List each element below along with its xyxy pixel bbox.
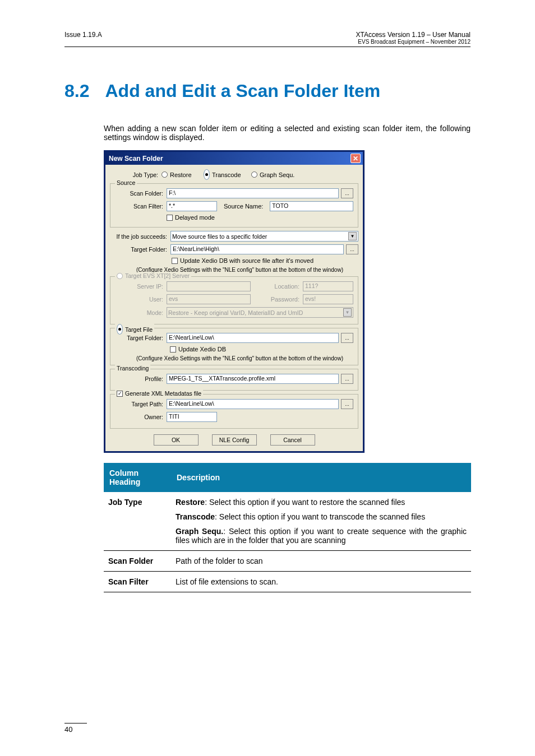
restore-radio[interactable]	[162, 171, 168, 178]
close-icon[interactable]: ✕	[350, 154, 361, 163]
owner-label: Owner:	[115, 414, 167, 420]
source-name-input[interactable]: TOTO	[270, 201, 353, 211]
target-path-browse-button[interactable]: ...	[341, 399, 353, 409]
server-ip-input	[167, 281, 251, 291]
restore-radio-label: Restore	[170, 171, 204, 178]
update-xedio-moved-checkbox[interactable]	[172, 258, 178, 264]
password-label: Password:	[271, 296, 303, 303]
profile-browse-button[interactable]: ...	[341, 374, 353, 384]
update-xedio-db-label: Update Xedio DB	[178, 346, 226, 353]
if-succeeds-label: If the job succeeds:	[110, 233, 170, 240]
mode-select: Restore - Keep original VarID, MaterialI…	[167, 307, 353, 318]
if-succeeds-select[interactable]: Move source files to a specific folder ▼	[170, 231, 358, 242]
scan-filter-label: Scan Filter:	[115, 203, 167, 210]
table-head-col2: Description	[171, 463, 471, 492]
issue-text: Issue 1.19.A	[64, 31, 102, 45]
succeed-target-folder-input[interactable]: E:\NearLine\High\	[170, 244, 344, 254]
target-xt-fieldset: Target EVS XT[2] Server Server IP: Locat…	[110, 276, 358, 324]
owner-input[interactable]: TITI	[167, 412, 217, 422]
company-text: EVS Broadcast Equipment – November 2012	[356, 39, 471, 45]
target-file-fieldset: Target File Target Folder: E:\NearLine\L…	[110, 328, 358, 365]
product-text: XTAccess Version 1.19 – User Manual	[356, 31, 471, 39]
delayed-mode-checkbox[interactable]	[167, 215, 173, 221]
server-ip-label: Server IP:	[115, 283, 167, 290]
if-succeeds-value: Move source files to a specific folder	[172, 233, 267, 240]
location-input: 111?	[303, 281, 353, 291]
table-cell-heading: Scan Folder	[104, 551, 171, 572]
source-name-label: Source Name:	[224, 203, 266, 210]
page-header: Issue 1.19.A XTAccess Version 1.19 – Use…	[64, 31, 471, 47]
page-number: 40	[64, 723, 87, 734]
scan-folder-input[interactable]: F:\	[167, 188, 339, 198]
location-label: Location:	[274, 283, 303, 290]
tf-target-folder-input[interactable]: E:\NearLine\Low\	[167, 333, 339, 343]
table-head-col1: Column Heading	[104, 463, 171, 492]
page: Issue 1.19.A XTAccess Version 1.19 – Use…	[0, 0, 535, 756]
tf-note: (Configure Xedio Settings with the "NLE …	[126, 355, 353, 361]
generate-xml-checkbox[interactable]: ✓	[117, 391, 123, 397]
graphsequ-radio-label: Graph Sequ.	[260, 171, 294, 178]
transcoding-legend: Transcoding	[115, 365, 150, 372]
graphsequ-radio[interactable]	[251, 171, 257, 178]
transcode-radio-label: Transcode	[212, 171, 251, 178]
transcoding-fieldset: Transcoding Profile: MPEG-1_TS__XTATrans…	[110, 369, 358, 391]
chevron-down-icon: ▼	[343, 308, 352, 317]
metadata-fieldset: ✓ Generate XML Metadatas file Target Pat…	[110, 394, 358, 429]
section-heading: 8.2Add and Edit a Scan Folder Item	[64, 81, 471, 101]
user-input: evs	[167, 294, 251, 304]
table-row: Scan FilterList of file extensions to sc…	[104, 572, 471, 592]
table-cell-description: Restore: Select this option if you want …	[171, 492, 471, 551]
transcode-radio[interactable]	[204, 169, 210, 180]
ok-button[interactable]: OK	[154, 434, 199, 446]
mode-label: Mode:	[115, 309, 167, 316]
target-path-input[interactable]: E:\NearLine\Low\	[167, 399, 339, 409]
table-cell-description: Path of the folder to scan	[171, 551, 471, 572]
target-file-radio[interactable]	[117, 324, 123, 335]
new-scan-folder-dialog: New Scan Folder ✕ Job Type: Restore Tran…	[104, 150, 365, 453]
tf-target-folder-browse-button[interactable]: ...	[341, 333, 353, 343]
nle-config-button[interactable]: NLE Config	[212, 434, 257, 446]
tf-target-folder-label: Target Folder:	[115, 335, 167, 341]
scan-folder-label: Scan Folder:	[115, 190, 167, 197]
target-path-label: Target Path:	[115, 401, 167, 407]
target-xt-radio	[117, 273, 123, 279]
job-type-label: Job Type:	[110, 171, 162, 178]
dialog-titlebar: New Scan Folder ✕	[105, 152, 363, 165]
password-input: evs!	[303, 294, 353, 304]
scan-filter-input[interactable]: *.*	[167, 201, 217, 211]
target-xt-legend: Target EVS XT[2] Server	[115, 272, 191, 279]
target-file-legend: Target File	[115, 324, 154, 335]
succeed-target-folder-label: Target Folder:	[110, 246, 170, 253]
section-number: 8.2	[64, 81, 89, 101]
section-title-text: Add and Edit a Scan Folder Item	[105, 81, 380, 101]
table-row: Scan FolderPath of the folder to scan	[104, 551, 471, 572]
succeed-target-folder-browse-button[interactable]: ...	[346, 244, 358, 254]
source-legend: Source	[115, 179, 137, 186]
cancel-button[interactable]: Cancel	[270, 434, 315, 446]
table-cell-heading: Scan Filter	[104, 572, 171, 592]
table-cell-heading: Job Type	[104, 492, 171, 551]
profile-input[interactable]: MPEG-1_TS__XTATranscode.profile.xml	[167, 374, 339, 384]
table-cell-description: List of file extensions to scan.	[171, 572, 471, 592]
source-fieldset: Source Scan Folder: F:\ ... Scan Filter:…	[110, 183, 358, 228]
update-xedio-db-checkbox[interactable]	[170, 346, 176, 353]
delayed-mode-label: Delayed mode	[175, 214, 215, 221]
intro-paragraph: When adding a new scan folder item or ed…	[104, 124, 471, 142]
table-row: Job TypeRestore: Select this option if y…	[104, 492, 471, 551]
profile-label: Profile:	[115, 375, 167, 382]
dialog-title: New Scan Folder	[109, 155, 163, 163]
chevron-down-icon: ▼	[348, 232, 357, 240]
update-xedio-moved-label: Update Xedio DB with source file after i…	[180, 257, 313, 264]
description-table: Column Heading Description Job TypeResto…	[104, 463, 471, 592]
scan-folder-browse-button[interactable]: ...	[341, 188, 353, 198]
metadata-legend: ✓ Generate XML Metadatas file	[115, 390, 203, 397]
user-label: User:	[115, 296, 167, 303]
